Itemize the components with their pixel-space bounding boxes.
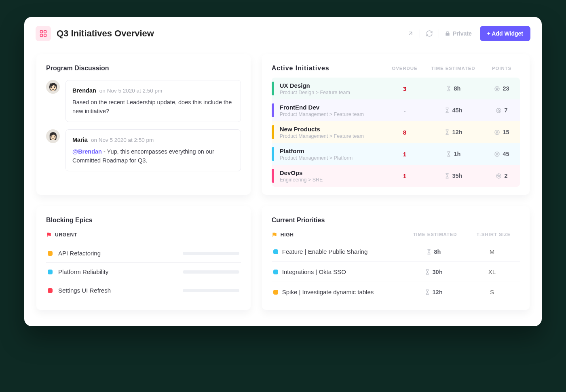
star-badge-icon bbox=[496, 173, 502, 179]
star-badge-icon bbox=[494, 129, 500, 135]
add-widget-button[interactable]: + Add Widget bbox=[480, 26, 530, 41]
privacy-toggle[interactable]: Private bbox=[445, 30, 472, 37]
col-time: TIME ESTIMATED bbox=[403, 232, 467, 238]
star-badge-icon bbox=[494, 151, 500, 157]
overdue-count: - bbox=[386, 107, 423, 114]
progress-bar bbox=[183, 289, 239, 292]
col-overdue: OVERDUE bbox=[386, 66, 423, 71]
color-swatch bbox=[48, 270, 53, 274]
comment-author: Maria bbox=[72, 137, 88, 143]
initiatives-title: Active Initiatives bbox=[272, 65, 386, 72]
overdue-count: 1 bbox=[386, 151, 423, 158]
hourglass-icon bbox=[444, 107, 450, 113]
mention[interactable]: @Brendan bbox=[72, 148, 102, 155]
star-badge-icon bbox=[496, 107, 502, 114]
time-estimated: 35h bbox=[423, 173, 484, 179]
color-swatch bbox=[273, 290, 278, 295]
tshirt-size: M bbox=[466, 248, 518, 255]
initiative-row[interactable]: New ProductsProduct Management > Feature… bbox=[272, 121, 520, 143]
initiatives-card: Active Initiatives OVERDUE TIME ESTIMATE… bbox=[262, 54, 530, 195]
comment-bubble[interactable]: Brendan on Nov 5 2020 at 2:50 pm Based o… bbox=[65, 80, 241, 122]
initiative-row[interactable]: PlatformProduct Management > Platform11h… bbox=[272, 143, 520, 165]
points: 15 bbox=[484, 129, 520, 135]
comment-body: @Brendan - Yup, this encompasses everyth… bbox=[72, 147, 234, 165]
initiative-row[interactable]: DevOpsEngineering > SRE135h2 bbox=[272, 165, 520, 187]
epic-row[interactable]: Platform Reliability bbox=[46, 263, 241, 281]
initiative-name: Platform bbox=[280, 148, 382, 154]
time-estimated: 8h bbox=[423, 85, 484, 92]
initiative-row[interactable]: UX DesignProduct Design > Feature team38… bbox=[272, 78, 520, 99]
initiative-main: UX DesignProduct Design > Feature team bbox=[274, 82, 386, 95]
initiative-name: UX Design bbox=[280, 82, 382, 89]
priority-name: Spike | Investigate dynamic tables bbox=[282, 289, 401, 295]
lock-icon bbox=[445, 31, 450, 36]
comment-author: Brendan bbox=[72, 87, 96, 94]
epic-name: Settings UI Refresh bbox=[58, 287, 177, 294]
star-badge-icon bbox=[494, 86, 500, 92]
color-swatch bbox=[48, 251, 53, 256]
points: 7 bbox=[484, 107, 520, 114]
hourglass-icon bbox=[426, 249, 432, 255]
epic-row[interactable]: API Refactoring bbox=[46, 244, 241, 263]
page-title: Q3 Initiatives Overview bbox=[57, 28, 154, 39]
refresh-icon[interactable] bbox=[426, 30, 433, 37]
time-estimated: 12h bbox=[401, 289, 466, 295]
priority-name: Integrations | Okta SSO bbox=[282, 268, 401, 275]
time-estimated: 12h bbox=[423, 129, 484, 135]
time-estimated: 1h bbox=[423, 151, 484, 157]
points: 23 bbox=[484, 85, 520, 92]
hourglass-icon bbox=[446, 86, 452, 91]
svg-rect-1 bbox=[44, 31, 46, 33]
epic-name: API Refactoring bbox=[58, 250, 177, 257]
comment: 🧑🏻 Brendan on Nov 5 2020 at 2:50 pm Base… bbox=[46, 80, 241, 122]
avatar: 👩🏻 bbox=[46, 129, 60, 143]
col-time: TIME ESTIMATED bbox=[423, 66, 484, 71]
priority-name: Feature | Enable Public Sharing bbox=[282, 248, 401, 255]
progress-bar bbox=[183, 270, 239, 274]
initiative-name: FrontEnd Dev bbox=[280, 104, 382, 111]
initiative-path: Product Management > Platform bbox=[280, 155, 382, 161]
comment-timestamp: on Nov 5 2020 at 2:50 pm bbox=[91, 137, 154, 143]
epic-name: Platform Reliability bbox=[58, 268, 177, 275]
initiative-row[interactable]: FrontEnd DevProduct Management > Feature… bbox=[272, 99, 520, 121]
priority-row[interactable]: Integrations | Okta SSO30hXL bbox=[272, 262, 520, 282]
initiative-path: Engineering > SRE bbox=[280, 177, 382, 183]
epic-row[interactable]: Settings UI Refresh bbox=[46, 281, 241, 299]
initiative-main: FrontEnd DevProduct Management > Feature… bbox=[274, 104, 386, 117]
flag-icon bbox=[46, 232, 52, 238]
high-label: HIGH bbox=[281, 232, 294, 238]
color-swatch bbox=[273, 270, 278, 274]
header: Q3 Initiatives Overview Private + Add Wi… bbox=[24, 17, 542, 50]
priorities-title: Current Priorities bbox=[272, 217, 520, 224]
divider bbox=[420, 30, 420, 38]
initiative-main: New ProductsProduct Management > Feature… bbox=[274, 126, 386, 139]
expand-icon[interactable] bbox=[407, 30, 414, 37]
divider bbox=[439, 30, 439, 38]
initiative-main: PlatformProduct Management > Platform bbox=[274, 148, 386, 161]
overdue-count: 1 bbox=[386, 173, 423, 179]
initiative-path: Product Management > Feature team bbox=[280, 112, 382, 117]
header-actions: Private + Add Widget bbox=[407, 26, 530, 41]
priority-row[interactable]: Spike | Investigate dynamic tables12hS bbox=[272, 282, 520, 302]
priority-row[interactable]: Feature | Enable Public Sharing8hM bbox=[272, 242, 520, 262]
initiative-main: DevOpsEngineering > SRE bbox=[274, 169, 386, 183]
time-estimated: 45h bbox=[423, 107, 484, 114]
progress-bar bbox=[183, 252, 239, 255]
urgent-label: URGENT bbox=[55, 232, 77, 238]
color-swatch bbox=[273, 249, 278, 254]
hourglass-icon bbox=[424, 289, 430, 295]
comment: 👩🏻 Maria on Nov 5 2020 at 2:50 pm @Brend… bbox=[46, 129, 241, 171]
points: 45 bbox=[484, 151, 520, 157]
comment-bubble[interactable]: Maria on Nov 5 2020 at 2:50 pm @Brendan … bbox=[65, 129, 241, 171]
app-grid-icon bbox=[36, 26, 51, 41]
priorities-card: Current Priorities HIGH TIME ESTIMATED T… bbox=[262, 206, 530, 310]
svg-rect-2 bbox=[40, 34, 43, 37]
comment-timestamp: on Nov 5 2020 at 2:50 pm bbox=[99, 88, 162, 94]
flag-icon bbox=[272, 232, 277, 238]
discussion-title: Program Discussion bbox=[46, 65, 241, 72]
discussion-card: Program Discussion 🧑🏻 Brendan on Nov 5 2… bbox=[36, 54, 251, 195]
hourglass-icon bbox=[424, 269, 430, 275]
initiative-name: New Products bbox=[280, 126, 382, 133]
initiative-name: DevOps bbox=[280, 169, 382, 176]
initiative-path: Product Management > Feature team bbox=[280, 133, 382, 139]
